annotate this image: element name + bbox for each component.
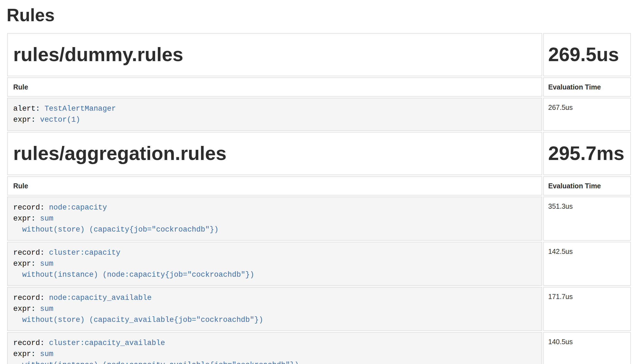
rule-code-line: expr: sum <box>13 303 536 314</box>
rule-code-line: without(store) (capacity{job="cockroachd… <box>13 224 536 235</box>
evaluation-time-column-header: Evaluation Time <box>543 77 631 97</box>
rule-group-header-row: rules/dummy.rules269.5us <box>7 33 631 76</box>
rule-evaluation-time: 267.5us <box>543 98 631 131</box>
rule-expression-link[interactable]: vector(1) <box>40 116 80 124</box>
rule-code-line: record: cluster:capacity_available <box>13 338 536 349</box>
rule-row: record: cluster:capacityexpr: sum withou… <box>7 242 631 286</box>
rule-keyword-text: record: <box>13 294 49 302</box>
rule-evaluation-time: 140.5us <box>543 332 631 364</box>
column-header-row: RuleEvaluation Time <box>7 77 631 97</box>
group-file-name: rules/aggregation.rules <box>7 132 542 175</box>
rule-code-line: expr: sum <box>13 258 536 269</box>
rule-keyword-text <box>13 271 22 279</box>
rule-row: record: cluster:capacity_availableexpr: … <box>7 332 631 364</box>
rule-expression-link[interactable]: sum <box>40 305 53 313</box>
rule-keyword-text: alert: <box>13 105 44 113</box>
rule-keyword-text: record: <box>13 249 49 257</box>
rule-definition-cell: record: cluster:capacityexpr: sum withou… <box>7 242 542 286</box>
rule-keyword-text: expr: <box>13 305 40 313</box>
rule-definition-cell: record: node:capacity_availableexpr: sum… <box>7 287 542 331</box>
rule-code-line: expr: sum <box>13 349 536 360</box>
group-file-name: rules/dummy.rules <box>7 33 542 76</box>
rule-keyword-text <box>13 316 22 324</box>
rule-code-line: without(instance) (node:capacity{job="co… <box>13 269 536 280</box>
rule-expression-link[interactable]: TestAlertManager <box>44 105 116 113</box>
rule-expression-link[interactable]: node:capacity <box>49 203 107 212</box>
rule-expression-link[interactable]: cluster:capacity_available <box>49 339 165 347</box>
page-title: Rules <box>7 4 632 26</box>
rule-keyword-text: expr: <box>13 260 40 268</box>
rule-keyword-text: expr: <box>13 214 40 223</box>
rule-expression-link[interactable]: sum <box>40 260 53 268</box>
rule-code-line: record: node:capacity <box>13 202 536 213</box>
rule-expression-link[interactable]: without(store) (capacity_available{job="… <box>22 316 263 324</box>
rule-keyword-text: record: <box>13 203 49 212</box>
rule-definition-cell: alert: TestAlertManagerexpr: vector(1) <box>7 98 542 131</box>
rule-code-line: expr: vector(1) <box>13 114 536 125</box>
rules-page: Rules rules/dummy.rules269.5usRuleEvalua… <box>0 4 638 364</box>
rule-keyword-text: expr: <box>13 116 40 124</box>
rule-keyword-text: record: <box>13 339 49 347</box>
rule-group-header-row: rules/aggregation.rules295.7ms <box>7 132 631 175</box>
rule-code-line: record: node:capacity_available <box>13 292 536 303</box>
group-evaluation-time: 269.5us <box>543 33 631 76</box>
rule-expression-link[interactable]: sum <box>40 214 53 223</box>
rule-code-line: expr: sum <box>13 213 536 224</box>
rule-definition-cell: record: node:capacityexpr: sum without(s… <box>7 197 542 241</box>
rule-row: record: node:capacityexpr: sum without(s… <box>7 197 631 241</box>
rules-table: rules/dummy.rules269.5usRuleEvaluation T… <box>6 32 632 364</box>
rule-keyword-text <box>13 361 22 364</box>
rule-expression-link[interactable]: sum <box>40 350 53 358</box>
rule-expression-link[interactable]: node:capacity_available <box>49 294 152 302</box>
rule-expression-link[interactable]: cluster:capacity <box>49 249 120 257</box>
rule-evaluation-time: 171.7us <box>543 287 631 331</box>
rule-keyword-text <box>13 226 22 234</box>
rule-column-header: Rule <box>7 176 542 195</box>
evaluation-time-column-header: Evaluation Time <box>543 176 631 195</box>
rule-definition-cell: record: cluster:capacity_availableexpr: … <box>7 332 542 364</box>
rule-expression-link[interactable]: without(instance) (node:capacity{job="co… <box>22 271 254 279</box>
rule-column-header: Rule <box>7 77 542 97</box>
rule-code-line: alert: TestAlertManager <box>13 103 536 114</box>
rule-keyword-text: expr: <box>13 350 40 358</box>
rule-evaluation-time: 142.5us <box>543 242 631 286</box>
rule-row: record: node:capacity_availableexpr: sum… <box>7 287 631 331</box>
rule-code-line: without(instance) (node:capacity_availab… <box>13 360 536 364</box>
rule-code-line: record: cluster:capacity <box>13 247 536 258</box>
group-evaluation-time: 295.7ms <box>543 132 631 175</box>
rules-table-body: rules/dummy.rules269.5usRuleEvaluation T… <box>7 33 631 364</box>
rule-evaluation-time: 351.3us <box>543 197 631 241</box>
rule-code-line: without(store) (capacity_available{job="… <box>13 314 536 325</box>
rule-expression-link[interactable]: without(instance) (node:capacity_availab… <box>22 361 299 364</box>
rule-row: alert: TestAlertManagerexpr: vector(1)26… <box>7 98 631 131</box>
column-header-row: RuleEvaluation Time <box>7 176 631 195</box>
rule-expression-link[interactable]: without(store) (capacity{job="cockroachd… <box>22 226 218 234</box>
